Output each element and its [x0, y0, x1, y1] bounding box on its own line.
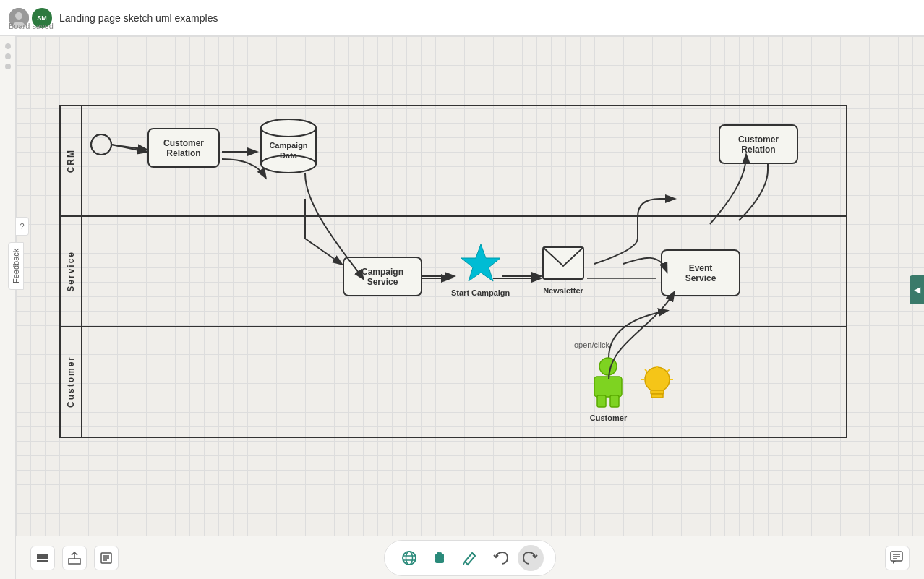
lane-crm-label: CRM — [61, 106, 82, 215]
lane-service: Service CampaignService Start Campaign — [59, 215, 847, 327]
lane-customer-label: Customer — [61, 327, 82, 437]
sidebar-dot-1 — [5, 43, 11, 49]
help-tab[interactable]: ? — [16, 217, 29, 236]
svg-rect-16 — [594, 377, 622, 397]
feedback-tab[interactable]: Feedback — [8, 241, 24, 289]
lane-customer: Customer open/click Custome — [59, 326, 847, 438]
svg-line-23 — [645, 369, 647, 372]
canvas: CRM CustomerRelation Campaign Data — [16, 36, 924, 536]
lane-service-label: Service — [61, 217, 82, 326]
globe-button[interactable] — [396, 545, 422, 571]
campaign-service-box: CampaignService — [343, 257, 422, 296]
feedback-label: Feedback — [12, 248, 20, 283]
customer-relation-2-box: CustomerRelation — [719, 124, 798, 164]
customer-relation-2-label: CustomerRelation — [738, 134, 779, 155]
svg-rect-33 — [37, 554, 48, 557]
lane-crm-content: CustomerRelation Campaign Data Custo — [82, 106, 846, 215]
campaign-service-label: CampaignService — [362, 267, 403, 287]
notes-button[interactable] — [94, 546, 119, 570]
star-svg — [459, 242, 502, 286]
export-button[interactable] — [62, 546, 87, 570]
left-sidebar — [0, 36, 16, 579]
pencil-button[interactable] — [457, 545, 483, 571]
redo-button[interactable] — [518, 545, 544, 571]
bottom-toolbar — [16, 536, 924, 579]
svg-rect-35 — [37, 560, 48, 562]
svg-point-43 — [406, 552, 413, 565]
start-campaign-node: Start Campaign — [451, 242, 510, 297]
undo-button[interactable] — [487, 545, 513, 571]
svg-point-15 — [599, 358, 617, 375]
hand-button[interactable] — [427, 545, 453, 571]
board-saved-status: Board saved — [9, 22, 54, 30]
svg-line-52 — [463, 562, 465, 565]
layers-button[interactable] — [30, 546, 55, 570]
svg-text:Campaign: Campaign — [269, 141, 307, 150]
header: SM Landing page sketch uml examples Boar… — [0, 0, 924, 36]
svg-rect-17 — [597, 395, 606, 407]
lightbulb-svg — [639, 364, 675, 407]
svg-rect-50 — [435, 557, 444, 563]
sidebar-dot-2 — [5, 53, 11, 59]
sidebar-dot-3 — [5, 64, 11, 69]
svg-line-24 — [667, 369, 670, 372]
open-click-label: open/click — [574, 340, 609, 349]
svg-rect-34 — [37, 557, 48, 559]
svg-point-42 — [403, 552, 416, 565]
customer-node: Customer — [589, 356, 628, 422]
right-panel-toggle[interactable] — [910, 275, 924, 304]
svg-point-1 — [15, 12, 22, 20]
toolbar-right — [885, 546, 910, 570]
lane-crm: CRM CustomerRelation Campaign Data — [59, 105, 847, 217]
svg-rect-21 — [651, 394, 663, 398]
start-campaign-label: Start Campaign — [451, 288, 510, 297]
toolbar-center — [384, 540, 556, 576]
svg-text:Data: Data — [280, 151, 298, 160]
page-title: Landing page sketch uml examples — [59, 12, 218, 24]
customer-svg — [589, 356, 628, 411]
svg-point-10 — [261, 119, 316, 137]
lane-customer-content: open/click Customer — [82, 327, 846, 437]
svg-point-19 — [645, 367, 670, 392]
customer-relation-1-box: CustomerRelation — [147, 128, 220, 168]
diagram: CRM CustomerRelation Campaign Data — [59, 105, 847, 437]
chat-button[interactable] — [885, 546, 910, 570]
svg-rect-36 — [69, 559, 80, 564]
campaign-data-cylinder: Campaign Data — [256, 117, 321, 175]
lane-service-content: CampaignService Start Campaign Newslette… — [82, 217, 846, 326]
svg-line-51 — [472, 553, 475, 556]
customer-relation-1-label: CustomerRelation — [163, 138, 204, 158]
newsletter-svg — [542, 246, 585, 282]
lightbulb-node — [639, 364, 675, 410]
event-service-label: EventService — [685, 263, 716, 283]
svg-marker-13 — [461, 244, 500, 281]
event-service-box: EventService — [661, 249, 740, 296]
customer-label: Customer — [589, 413, 628, 422]
svg-rect-18 — [610, 395, 619, 407]
help-icon: ? — [20, 222, 24, 231]
toolbar-left — [30, 546, 119, 570]
newsletter-label: Newsletter — [542, 286, 585, 295]
newsletter-node: Newsletter — [542, 246, 585, 295]
